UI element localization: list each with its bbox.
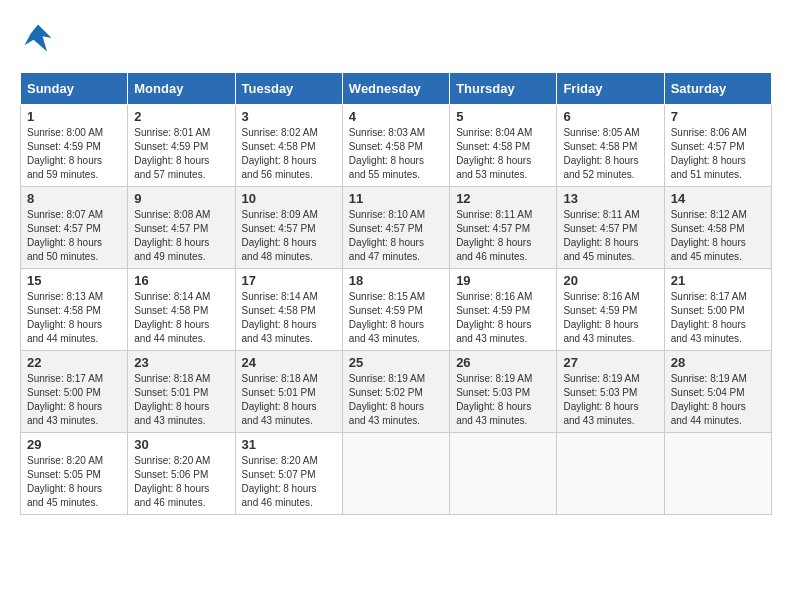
- column-header-saturday: Saturday: [664, 73, 771, 105]
- logo-icon: [20, 20, 56, 56]
- calendar-cell: 18Sunrise: 8:15 AM Sunset: 4:59 PM Dayli…: [342, 269, 449, 351]
- day-number: 3: [242, 109, 336, 124]
- calendar-cell: 20Sunrise: 8:16 AM Sunset: 4:59 PM Dayli…: [557, 269, 664, 351]
- calendar-cell: 15Sunrise: 8:13 AM Sunset: 4:58 PM Dayli…: [21, 269, 128, 351]
- day-number: 14: [671, 191, 765, 206]
- calendar-cell: 28Sunrise: 8:19 AM Sunset: 5:04 PM Dayli…: [664, 351, 771, 433]
- page-header: [20, 20, 772, 56]
- week-row-2: 8Sunrise: 8:07 AM Sunset: 4:57 PM Daylig…: [21, 187, 772, 269]
- calendar-cell: 12Sunrise: 8:11 AM Sunset: 4:57 PM Dayli…: [450, 187, 557, 269]
- day-info: Sunrise: 8:11 AM Sunset: 4:57 PM Dayligh…: [456, 208, 550, 264]
- column-header-friday: Friday: [557, 73, 664, 105]
- day-info: Sunrise: 8:11 AM Sunset: 4:57 PM Dayligh…: [563, 208, 657, 264]
- day-info: Sunrise: 8:08 AM Sunset: 4:57 PM Dayligh…: [134, 208, 228, 264]
- day-number: 13: [563, 191, 657, 206]
- calendar-cell: 10Sunrise: 8:09 AM Sunset: 4:57 PM Dayli…: [235, 187, 342, 269]
- day-number: 20: [563, 273, 657, 288]
- day-number: 29: [27, 437, 121, 452]
- day-info: Sunrise: 8:18 AM Sunset: 5:01 PM Dayligh…: [134, 372, 228, 428]
- calendar-cell: 2Sunrise: 8:01 AM Sunset: 4:59 PM Daylig…: [128, 105, 235, 187]
- day-info: Sunrise: 8:03 AM Sunset: 4:58 PM Dayligh…: [349, 126, 443, 182]
- day-number: 16: [134, 273, 228, 288]
- calendar-cell: 25Sunrise: 8:19 AM Sunset: 5:02 PM Dayli…: [342, 351, 449, 433]
- day-number: 30: [134, 437, 228, 452]
- calendar-cell: 21Sunrise: 8:17 AM Sunset: 5:00 PM Dayli…: [664, 269, 771, 351]
- day-number: 26: [456, 355, 550, 370]
- week-row-5: 29Sunrise: 8:20 AM Sunset: 5:05 PM Dayli…: [21, 433, 772, 515]
- day-number: 19: [456, 273, 550, 288]
- calendar-cell: 8Sunrise: 8:07 AM Sunset: 4:57 PM Daylig…: [21, 187, 128, 269]
- day-info: Sunrise: 8:04 AM Sunset: 4:58 PM Dayligh…: [456, 126, 550, 182]
- week-row-4: 22Sunrise: 8:17 AM Sunset: 5:00 PM Dayli…: [21, 351, 772, 433]
- calendar-cell: 22Sunrise: 8:17 AM Sunset: 5:00 PM Dayli…: [21, 351, 128, 433]
- day-info: Sunrise: 8:20 AM Sunset: 5:05 PM Dayligh…: [27, 454, 121, 510]
- day-number: 23: [134, 355, 228, 370]
- calendar-cell: 1Sunrise: 8:00 AM Sunset: 4:59 PM Daylig…: [21, 105, 128, 187]
- calendar-cell: 16Sunrise: 8:14 AM Sunset: 4:58 PM Dayli…: [128, 269, 235, 351]
- day-info: Sunrise: 8:16 AM Sunset: 4:59 PM Dayligh…: [563, 290, 657, 346]
- day-info: Sunrise: 8:05 AM Sunset: 4:58 PM Dayligh…: [563, 126, 657, 182]
- day-number: 10: [242, 191, 336, 206]
- day-number: 5: [456, 109, 550, 124]
- logo: [20, 20, 62, 56]
- day-info: Sunrise: 8:14 AM Sunset: 4:58 PM Dayligh…: [242, 290, 336, 346]
- day-info: Sunrise: 8:14 AM Sunset: 4:58 PM Dayligh…: [134, 290, 228, 346]
- day-info: Sunrise: 8:02 AM Sunset: 4:58 PM Dayligh…: [242, 126, 336, 182]
- day-number: 9: [134, 191, 228, 206]
- day-number: 27: [563, 355, 657, 370]
- day-info: Sunrise: 8:10 AM Sunset: 4:57 PM Dayligh…: [349, 208, 443, 264]
- column-header-monday: Monday: [128, 73, 235, 105]
- column-header-tuesday: Tuesday: [235, 73, 342, 105]
- day-number: 15: [27, 273, 121, 288]
- day-info: Sunrise: 8:19 AM Sunset: 5:03 PM Dayligh…: [563, 372, 657, 428]
- calendar-cell: 4Sunrise: 8:03 AM Sunset: 4:58 PM Daylig…: [342, 105, 449, 187]
- day-number: 28: [671, 355, 765, 370]
- calendar-cell: [342, 433, 449, 515]
- day-info: Sunrise: 8:07 AM Sunset: 4:57 PM Dayligh…: [27, 208, 121, 264]
- svg-marker-0: [25, 25, 52, 52]
- column-header-sunday: Sunday: [21, 73, 128, 105]
- calendar-cell: 9Sunrise: 8:08 AM Sunset: 4:57 PM Daylig…: [128, 187, 235, 269]
- day-number: 8: [27, 191, 121, 206]
- day-number: 22: [27, 355, 121, 370]
- day-number: 1: [27, 109, 121, 124]
- day-info: Sunrise: 8:12 AM Sunset: 4:58 PM Dayligh…: [671, 208, 765, 264]
- day-number: 24: [242, 355, 336, 370]
- day-info: Sunrise: 8:20 AM Sunset: 5:07 PM Dayligh…: [242, 454, 336, 510]
- day-info: Sunrise: 8:17 AM Sunset: 5:00 PM Dayligh…: [27, 372, 121, 428]
- day-number: 2: [134, 109, 228, 124]
- calendar-cell: 26Sunrise: 8:19 AM Sunset: 5:03 PM Dayli…: [450, 351, 557, 433]
- calendar-cell: 11Sunrise: 8:10 AM Sunset: 4:57 PM Dayli…: [342, 187, 449, 269]
- day-info: Sunrise: 8:16 AM Sunset: 4:59 PM Dayligh…: [456, 290, 550, 346]
- calendar-cell: 6Sunrise: 8:05 AM Sunset: 4:58 PM Daylig…: [557, 105, 664, 187]
- day-number: 18: [349, 273, 443, 288]
- day-number: 7: [671, 109, 765, 124]
- day-info: Sunrise: 8:01 AM Sunset: 4:59 PM Dayligh…: [134, 126, 228, 182]
- day-number: 12: [456, 191, 550, 206]
- column-header-wednesday: Wednesday: [342, 73, 449, 105]
- day-number: 25: [349, 355, 443, 370]
- calendar-cell: [557, 433, 664, 515]
- calendar-cell: 13Sunrise: 8:11 AM Sunset: 4:57 PM Dayli…: [557, 187, 664, 269]
- day-info: Sunrise: 8:06 AM Sunset: 4:57 PM Dayligh…: [671, 126, 765, 182]
- day-number: 11: [349, 191, 443, 206]
- calendar-cell: 5Sunrise: 8:04 AM Sunset: 4:58 PM Daylig…: [450, 105, 557, 187]
- day-info: Sunrise: 8:18 AM Sunset: 5:01 PM Dayligh…: [242, 372, 336, 428]
- day-info: Sunrise: 8:00 AM Sunset: 4:59 PM Dayligh…: [27, 126, 121, 182]
- day-info: Sunrise: 8:17 AM Sunset: 5:00 PM Dayligh…: [671, 290, 765, 346]
- calendar-body: 1Sunrise: 8:00 AM Sunset: 4:59 PM Daylig…: [21, 105, 772, 515]
- day-number: 17: [242, 273, 336, 288]
- day-info: Sunrise: 8:19 AM Sunset: 5:04 PM Dayligh…: [671, 372, 765, 428]
- day-number: 21: [671, 273, 765, 288]
- day-info: Sunrise: 8:19 AM Sunset: 5:02 PM Dayligh…: [349, 372, 443, 428]
- calendar-header-row: SundayMondayTuesdayWednesdayThursdayFrid…: [21, 73, 772, 105]
- calendar-cell: 24Sunrise: 8:18 AM Sunset: 5:01 PM Dayli…: [235, 351, 342, 433]
- day-number: 6: [563, 109, 657, 124]
- week-row-3: 15Sunrise: 8:13 AM Sunset: 4:58 PM Dayli…: [21, 269, 772, 351]
- calendar-cell: 7Sunrise: 8:06 AM Sunset: 4:57 PM Daylig…: [664, 105, 771, 187]
- calendar-cell: 3Sunrise: 8:02 AM Sunset: 4:58 PM Daylig…: [235, 105, 342, 187]
- week-row-1: 1Sunrise: 8:00 AM Sunset: 4:59 PM Daylig…: [21, 105, 772, 187]
- day-number: 4: [349, 109, 443, 124]
- calendar-cell: 23Sunrise: 8:18 AM Sunset: 5:01 PM Dayli…: [128, 351, 235, 433]
- day-info: Sunrise: 8:20 AM Sunset: 5:06 PM Dayligh…: [134, 454, 228, 510]
